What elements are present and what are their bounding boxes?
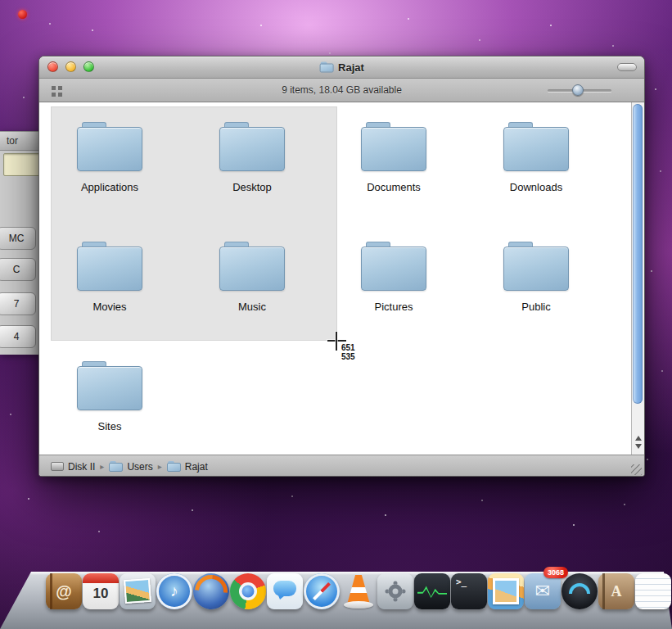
folder-item-documents[interactable]: Documents (322, 122, 465, 193)
calculator-window: tor MC C 7 4 (0, 131, 43, 355)
folder-label: Public (465, 301, 607, 313)
vlc-icon[interactable] (341, 573, 377, 609)
scrollbar-thumb[interactable] (633, 104, 643, 404)
ical-date-text: 10 (83, 586, 119, 602)
folder-icon (77, 361, 142, 410)
window-controls (47, 61, 94, 72)
slider-knob[interactable] (572, 84, 584, 96)
path-item-disk[interactable]: Disk II (51, 461, 95, 473)
calculator-button-c[interactable]: C (0, 258, 36, 281)
terminal-icon[interactable] (451, 573, 487, 609)
dock: 10 3068 (0, 572, 672, 629)
folder-label: Documents (322, 181, 465, 193)
calculator-button-mc[interactable]: MC (0, 227, 36, 250)
folder-label: Desktop (181, 181, 323, 193)
folder-icon (219, 242, 285, 291)
folder-icon (503, 242, 569, 291)
icon-size-slider[interactable] (548, 84, 611, 96)
notification-badge: 3068 (543, 567, 568, 578)
activity-monitor-icon[interactable] (414, 573, 450, 609)
calculator-button-4[interactable]: 4 (0, 325, 36, 348)
calculator-titlebar[interactable]: tor (0, 132, 43, 151)
path-item-rajat[interactable]: Rajat (167, 461, 208, 473)
scroll-up-arrow[interactable] (635, 436, 642, 441)
path-separator-icon: ▸ (158, 462, 162, 471)
folder-label: Music (181, 301, 323, 313)
dock-icons: 10 3068 (46, 573, 671, 609)
folder-icon (503, 122, 569, 171)
calculator-display (3, 153, 40, 176)
folder-icon (77, 122, 142, 171)
folder-item-desktop[interactable]: Desktop (181, 122, 323, 193)
scrollbar-arrows (632, 432, 644, 452)
folder-item-public[interactable]: Public (465, 242, 607, 313)
ical-icon[interactable]: 10 (83, 573, 119, 609)
vertical-scrollbar[interactable] (631, 102, 644, 455)
folder-icon (219, 122, 285, 171)
system-preferences-icon[interactable] (377, 573, 413, 609)
folder-icon (361, 122, 426, 171)
stars (0, 0, 2, 2)
path-item-users[interactable]: Users (109, 461, 152, 473)
folder-item-downloads[interactable]: Downloads (465, 122, 607, 193)
toolbar-toggle-button[interactable] (617, 63, 637, 71)
disk-icon (51, 462, 64, 471)
window-title-text: Rajat (338, 61, 364, 74)
finder-window: Rajat 9 items, 18.04 GB available Applic… (38, 56, 645, 477)
folder-label: Downloads (465, 181, 607, 193)
finder-titlebar[interactable]: Rajat (39, 57, 644, 79)
folder-icon (77, 242, 142, 291)
folder-label: Sites (39, 420, 181, 432)
folder-item-movies[interactable]: Movies (39, 242, 181, 313)
path-label: Rajat (185, 461, 208, 473)
path-label: Disk II (68, 461, 95, 473)
finder-pathbar: Disk II ▸ Users ▸ Rajat (39, 455, 644, 477)
cursor-coordinates: 651 535 (341, 343, 355, 361)
resize-grip[interactable] (631, 464, 642, 475)
finder-content: Applications Desktop Documents Downloads… (39, 102, 644, 455)
cursor-x: 651 (341, 343, 355, 352)
safari-icon[interactable] (304, 573, 340, 609)
zoom-button[interactable] (83, 61, 94, 72)
chrome-icon[interactable] (230, 573, 266, 609)
dashboard-icon[interactable] (562, 573, 598, 609)
folder-item-music[interactable]: Music (181, 242, 323, 313)
folder-item-sites[interactable]: Sites (39, 361, 181, 432)
path-separator-icon: ▸ (100, 462, 104, 471)
folder-icon (361, 242, 426, 291)
folder-item-pictures[interactable]: Pictures (322, 242, 465, 313)
textedit-icon[interactable] (635, 573, 671, 609)
mail-icon[interactable]: 3068 (525, 573, 561, 609)
iphoto-icon[interactable] (488, 573, 524, 609)
finder-statusbar: 9 items, 18.04 GB available (39, 79, 644, 102)
folder-item-applications[interactable]: Applications (39, 122, 181, 193)
desktop: tor MC C 7 4 Rajat 9 items, 18.04 GB ava… (0, 0, 672, 629)
recording-indicator-dot (18, 10, 27, 19)
cursor-y: 535 (341, 352, 355, 361)
itunes-icon[interactable] (156, 573, 192, 609)
ichat-icon[interactable] (267, 573, 303, 609)
dictionary-icon[interactable] (598, 573, 634, 609)
folder-label: Applications (39, 181, 181, 193)
folder-label: Pictures (322, 301, 465, 313)
preview-icon[interactable] (120, 573, 156, 609)
folder-icon (319, 62, 333, 73)
calculator-button-7[interactable]: 7 (0, 292, 36, 315)
close-button[interactable] (47, 61, 58, 72)
minimize-button[interactable] (65, 61, 76, 72)
folder-icon (109, 461, 123, 472)
address-book-icon[interactable] (46, 573, 82, 609)
scroll-down-arrow[interactable] (635, 444, 642, 449)
calculator-title-text: tor (7, 135, 18, 147)
firefox-icon[interactable] (193, 573, 229, 609)
window-title: Rajat (319, 61, 364, 74)
folder-icon (167, 461, 181, 472)
path-label: Users (127, 461, 152, 473)
folder-label: Movies (39, 301, 181, 313)
